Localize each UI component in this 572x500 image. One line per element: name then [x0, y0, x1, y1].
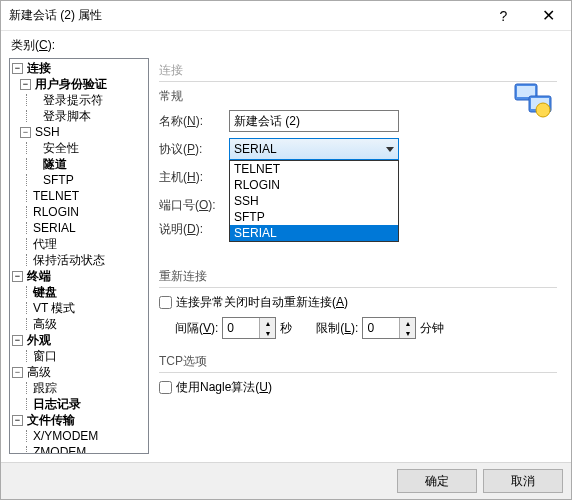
dialog-body: 类别(C): −连接 −用户身份验证 登录提示符 登录脚本 −SSH 安全性 隧…	[1, 31, 571, 462]
divider	[159, 372, 557, 373]
tree-proxy[interactable]: 代理	[12, 236, 146, 252]
connection-icon	[513, 80, 553, 120]
protocol-option[interactable]: SSH	[230, 193, 398, 209]
main-split: −连接 −用户身份验证 登录提示符 登录脚本 −SSH 安全性 隧道 SFTP …	[9, 58, 563, 454]
toggle-icon[interactable]: −	[20, 127, 31, 138]
category-hotkey: C	[39, 38, 48, 52]
protocol-option[interactable]: RLOGIN	[230, 177, 398, 193]
close-button[interactable]: ✕	[526, 1, 571, 30]
toggle-icon[interactable]: −	[12, 415, 23, 426]
titlebar: 新建会话 (2) 属性 ? ✕	[1, 1, 571, 31]
tree-telnet[interactable]: TELNET	[12, 188, 146, 204]
spinner-arrows[interactable]: ▲▼	[399, 318, 415, 338]
row-protocol: 协议(P): SERIAL	[159, 137, 557, 161]
host-label: 主机(H):	[159, 169, 229, 186]
toggle-icon[interactable]: −	[12, 335, 23, 346]
spinner-arrows[interactable]: ▲▼	[259, 318, 275, 338]
interval-label: 间隔(V):	[175, 320, 218, 337]
nagle-row: 使用Nagle算法(U)	[159, 379, 557, 396]
tree-trace[interactable]: 跟踪	[12, 380, 146, 396]
section-general: 常规	[159, 88, 557, 105]
protocol-option[interactable]: SFTP	[230, 209, 398, 225]
chevron-up-icon[interactable]: ▲	[260, 318, 275, 328]
limit-spinner[interactable]: 0 ▲▼	[362, 317, 416, 339]
reconnect-params: 间隔(V): 0 ▲▼ 秒 限制(L): 0 ▲▼ 分钟	[175, 317, 557, 339]
tree-window[interactable]: 窗口	[12, 348, 146, 364]
tree-advanced[interactable]: −高级	[12, 364, 146, 380]
tree-serial[interactable]: SERIAL	[12, 220, 146, 236]
interval-spinner[interactable]: 0 ▲▼	[222, 317, 276, 339]
tree-vt-mode[interactable]: VT 模式	[12, 300, 146, 316]
protocol-option[interactable]: TELNET	[230, 161, 398, 177]
section-reconnect: 重新连接	[159, 268, 557, 285]
protocol-label: 协议(P):	[159, 141, 229, 158]
limit-value: 0	[363, 318, 399, 338]
tree-tunnel[interactable]: 隧道	[12, 156, 146, 172]
tree-sftp[interactable]: SFTP	[12, 172, 146, 188]
chevron-down-icon[interactable]: ▼	[400, 328, 415, 338]
help-button[interactable]: ?	[481, 1, 526, 30]
toggle-icon[interactable]: −	[20, 79, 31, 90]
protocol-option[interactable]: SERIAL	[230, 225, 398, 241]
svg-rect-1	[517, 86, 535, 97]
tree-auth[interactable]: −用户身份验证	[12, 76, 146, 92]
name-label: 名称(N):	[159, 113, 229, 130]
button-bar: 确定 取消	[1, 462, 571, 499]
nagle-label: 使用Nagle算法(U)	[176, 379, 272, 396]
auto-reconnect-row: 连接异常关闭时自动重新连接(A)	[159, 294, 557, 311]
tree-rlogin[interactable]: RLOGIN	[12, 204, 146, 220]
section-connection: 连接	[159, 62, 557, 79]
tree-ssh[interactable]: −SSH	[12, 124, 146, 140]
section-tcp: TCP选项	[159, 353, 557, 370]
category-tree[interactable]: −连接 −用户身份验证 登录提示符 登录脚本 −SSH 安全性 隧道 SFTP …	[9, 58, 149, 454]
category-label: 类别(C):	[11, 37, 563, 54]
protocol-combo[interactable]: SERIAL	[229, 138, 399, 160]
interval-value: 0	[223, 318, 259, 338]
row-name: 名称(N):	[159, 109, 557, 133]
auto-reconnect-label: 连接异常关闭时自动重新连接(A)	[176, 294, 348, 311]
tree-keepalive[interactable]: 保持活动状态	[12, 252, 146, 268]
cancel-button[interactable]: 取消	[483, 469, 563, 493]
form-pane: 连接 常规 名称(N):	[149, 58, 563, 454]
tree-zmodem[interactable]: ZMODEM	[12, 444, 146, 454]
tree-login-prompt[interactable]: 登录提示符	[12, 92, 146, 108]
session-properties-dialog: 新建会话 (2) 属性 ? ✕ 类别(C): −连接 −用户身份验证 登录提示符…	[0, 0, 572, 500]
tree-keyboard[interactable]: 键盘	[12, 284, 146, 300]
chevron-down-icon	[386, 147, 394, 152]
tree-connection[interactable]: −连接	[12, 60, 146, 76]
protocol-dropdown[interactable]: TELNETRLOGINSSHSFTPSERIAL	[229, 160, 399, 242]
port-label: 端口号(O):	[159, 197, 229, 214]
tree-login-script[interactable]: 登录脚本	[12, 108, 146, 124]
limit-unit: 分钟	[420, 320, 444, 337]
chevron-up-icon[interactable]: ▲	[400, 318, 415, 328]
name-input[interactable]	[229, 110, 399, 132]
toggle-icon[interactable]: −	[12, 367, 23, 378]
tree-appearance[interactable]: −外观	[12, 332, 146, 348]
toggle-icon[interactable]: −	[12, 271, 23, 282]
ok-button[interactable]: 确定	[397, 469, 477, 493]
tree-security[interactable]: 安全性	[12, 140, 146, 156]
tree-file-transfer[interactable]: −文件传输	[12, 412, 146, 428]
chevron-down-icon[interactable]: ▼	[260, 328, 275, 338]
tree-log[interactable]: 日志记录	[12, 396, 146, 412]
tree-terminal[interactable]: −终端	[12, 268, 146, 284]
category-label-text: 类别	[11, 38, 35, 52]
dialog-title: 新建会话 (2) 属性	[9, 7, 481, 24]
divider	[159, 81, 557, 82]
limit-label: 限制(L):	[316, 320, 358, 337]
desc-label: 说明(D):	[159, 221, 229, 238]
tree-term-advanced[interactable]: 高级	[12, 316, 146, 332]
divider	[159, 287, 557, 288]
auto-reconnect-checkbox[interactable]	[159, 296, 172, 309]
interval-unit: 秒	[280, 320, 292, 337]
nagle-checkbox[interactable]	[159, 381, 172, 394]
toggle-icon[interactable]: −	[12, 63, 23, 74]
tree-xymodem[interactable]: X/YMODEM	[12, 428, 146, 444]
protocol-value: SERIAL	[234, 142, 277, 156]
svg-point-4	[536, 103, 550, 117]
